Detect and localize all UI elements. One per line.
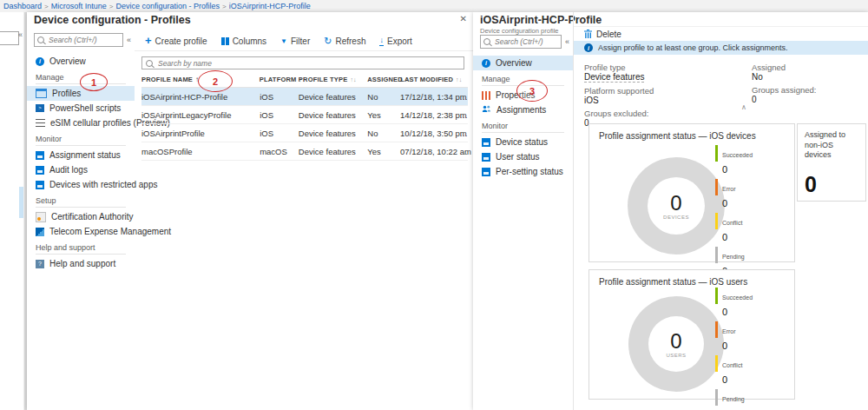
groups-excluded-label: Groups excluded: <box>584 109 654 118</box>
legend-color-bar <box>715 145 718 162</box>
collapse-icon[interactable]: « <box>18 30 23 39</box>
row-context-menu-button[interactable]: … <box>456 92 468 102</box>
column-header-last-modified[interactable]: LAST MODIFIED↑↓ <box>400 76 456 83</box>
export-button[interactable]: ↓ Export <box>379 36 411 46</box>
close-icon[interactable]: ✕ <box>460 14 467 23</box>
collapse-icon[interactable]: « <box>127 36 131 44</box>
users-count: 0 <box>670 331 681 352</box>
cell-profile-type: Device features <box>299 129 367 138</box>
section-header-setup: Setup <box>36 196 126 208</box>
sidebar-item-assignment-status[interactable]: Assignment status <box>27 148 135 162</box>
legend-color-bar <box>715 179 718 195</box>
restricted-apps-icon <box>36 181 44 189</box>
cell-profile-name: iOSAirprintLegacyProfile <box>141 110 260 120</box>
cell-profile-name: iOSAirprintProfile <box>141 129 260 138</box>
collapse-icon[interactable]: « <box>565 37 569 46</box>
cell-profile-name: iOSAirprint-HCP-Profile <box>141 92 260 102</box>
breadcrumb-profile[interactable]: iOSAirprint-HCP-Profile <box>229 2 311 10</box>
cell-profile-type: Device features <box>299 92 367 102</box>
blade1-menu: « i Overview Manage Profiles > PowerShel… <box>27 31 135 410</box>
legend-item-pending: Pending0 <box>715 389 761 410</box>
table-row-macosprofile[interactable]: macOSProfile macOS Device features Yes 0… <box>141 142 468 161</box>
blade-profile-overview: iOSAirprint-HCP-Profile Device configura… <box>473 12 868 410</box>
cell-assigned: No <box>367 129 400 138</box>
previous-blade-edge: « <box>0 12 23 410</box>
column-header-assigned[interactable]: ASSIGNED↑↓ <box>367 76 400 83</box>
search-icon <box>146 60 153 67</box>
delete-button[interactable]: Delete <box>574 26 868 41</box>
breadcrumb-microsoft-intune[interactable]: Microsoft Intune <box>51 2 107 10</box>
scrollbar-thumb[interactable] <box>19 187 23 218</box>
non-ios-count: 0 <box>805 172 817 197</box>
sidebar-item-powershell-scripts[interactable]: > PowerShell scripts <box>27 101 135 116</box>
intune-portal-page: Dashboard>Microsoft Intune>Device config… <box>0 0 868 410</box>
groups-assigned-value: 0 <box>752 95 816 104</box>
refresh-button[interactable]: ↻ Refresh <box>324 36 365 46</box>
assignment-info-banner[interactable]: i Assign profile to at least one group. … <box>574 41 868 55</box>
row-context-menu-button[interactable]: … <box>456 110 468 120</box>
columns-button[interactable]: Columns <box>221 36 266 46</box>
blade1-search-box[interactable] <box>34 33 123 47</box>
cell-assigned: Yes <box>367 147 400 156</box>
sidebar-item-per-setting-status[interactable]: Per-setting status <box>473 164 573 179</box>
chevron-up-icon[interactable]: ∧ <box>741 103 746 111</box>
profile-type-value[interactable]: Device features <box>584 72 644 83</box>
cell-platform: iOS <box>260 110 299 120</box>
sidebar-item-esim-cellular-profiles[interactable]: eSIM cellular profiles (Preview) <box>27 116 135 130</box>
sidebar-item-user-status[interactable]: User status <box>473 149 573 164</box>
row-context-menu-button[interactable]: … <box>456 147 468 156</box>
blade1-search-input[interactable] <box>47 35 120 45</box>
table-row-iosairprintlegacyprofile[interactable]: iOSAirprintLegacyProfile iOS Device feat… <box>141 106 468 124</box>
previous-blade-search-box[interactable] <box>0 31 19 45</box>
users-legend: Succeeded0 Error0 Conflict0 Pending0 <box>715 288 761 410</box>
legend-item-error: Error0 <box>715 179 761 210</box>
platform-supported-value: iOS <box>584 96 654 105</box>
breadcrumb-device-configuration-profiles[interactable]: Device configuration - Profiles <box>115 2 220 10</box>
sidebar-item-telecom-expense-management[interactable]: Telecom Expense Management <box>27 224 135 239</box>
search-icon <box>37 36 44 43</box>
devices-chart-card: Profile assignment status — iOS devices … <box>589 123 795 262</box>
assigned-value: No <box>752 72 816 82</box>
platform-supported-label: Platform supported <box>584 86 654 96</box>
table-row-iosairprint-hcp-profile[interactable]: iOSAirprint-HCP-Profile iOS Device featu… <box>141 88 468 106</box>
status-icon <box>36 151 44 160</box>
search-by-name-box[interactable] <box>141 56 464 69</box>
users-chart-title: Profile assignment status — iOS users <box>589 270 794 287</box>
cell-last-modified: 10/12/18, 3:50 pm <box>400 129 456 138</box>
cell-last-modified: 14/12/18, 2:38 pm <box>400 110 456 120</box>
powershell-icon: > <box>36 104 44 112</box>
sidebar-item-profiles[interactable]: Profiles <box>27 86 135 101</box>
table-row-iosairprintprofile[interactable]: iOSAirprintProfile iOS Device features N… <box>141 124 468 142</box>
create-profile-button[interactable]: + Create profile <box>145 36 207 46</box>
blade2-search-input[interactable] <box>493 36 558 47</box>
cell-assigned: No <box>367 92 400 102</box>
user-status-icon <box>482 153 490 162</box>
sidebar-item-devices-with-restricted-apps[interactable]: Devices with restricted apps <box>27 177 135 192</box>
column-header-platform[interactable]: PLATFORM↑↓ <box>260 76 299 83</box>
trash-icon <box>584 30 592 39</box>
info-icon: i <box>482 59 490 68</box>
sidebar-item-audit-logs[interactable]: Audit logs <box>27 162 135 177</box>
column-header-profile-type[interactable]: PROFILE TYPE↑↓ <box>299 76 367 83</box>
sidebar-item-device-status[interactable]: Device status <box>473 135 573 149</box>
sidebar-item-overview[interactable]: i Overview <box>27 54 135 69</box>
sidebar-item-assignments[interactable]: Assignments <box>473 102 573 117</box>
help-icon: ? <box>36 260 44 268</box>
breadcrumb: Dashboard>Microsoft Intune>Device config… <box>0 0 868 12</box>
sidebar-item-overview[interactable]: i Overview <box>473 56 573 70</box>
search-by-name-input[interactable] <box>156 58 460 69</box>
breadcrumb-separator: > <box>109 3 114 10</box>
row-context-menu-button[interactable]: … <box>456 129 468 138</box>
breadcrumb-dashboard[interactable]: Dashboard <box>3 2 42 10</box>
cell-platform: iOS <box>260 92 299 102</box>
blade2-search-box[interactable] <box>480 35 562 49</box>
profile-type-label: Profile type <box>584 63 654 72</box>
cell-platform: iOS <box>260 129 299 138</box>
profile-overview-panel: Delete i Assign profile to at least one … <box>573 12 868 410</box>
filter-button[interactable]: ▼ Filter <box>280 36 310 46</box>
cell-platform: macOS <box>260 147 299 156</box>
non-ios-title: Assigned to non-iOS devices <box>798 124 865 161</box>
essentials-section: Profile type Device features Platform su… <box>574 55 868 116</box>
sidebar-item-help-and-support[interactable]: ? Help and support <box>27 256 135 271</box>
sidebar-item-certification-authority[interactable]: Certification Authority <box>27 209 135 224</box>
